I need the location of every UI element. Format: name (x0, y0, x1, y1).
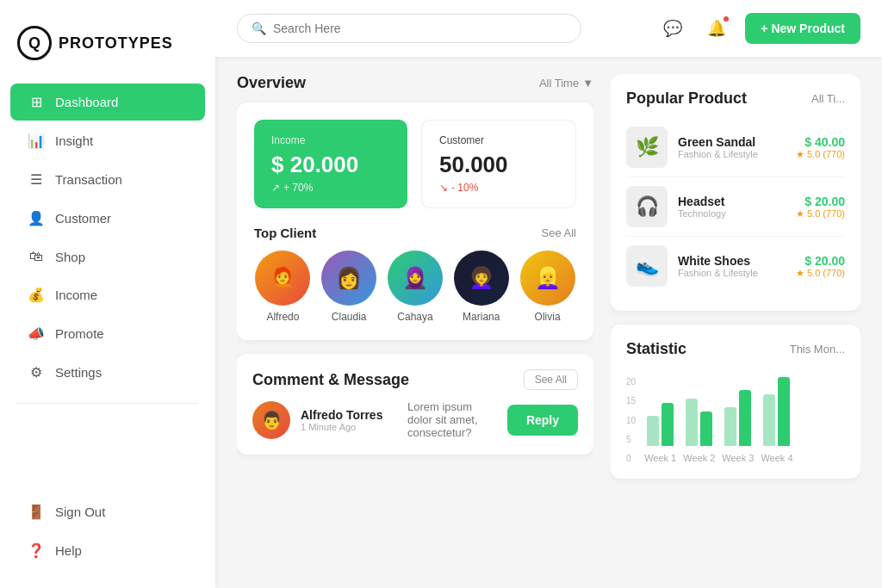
nav-divider (17, 403, 198, 404)
reply-button[interactable]: Reply (507, 405, 578, 436)
product-info-shoes: White Shoes Fashion & Lifestyle (678, 254, 786, 278)
client-avatar-olivia: 👱‍♀️ (520, 251, 575, 306)
notification-badge (722, 15, 730, 23)
client-item-alfredo[interactable]: 🧑‍🦰 Alfredo (254, 251, 312, 323)
y-label-5: 5 (626, 435, 636, 444)
search-box[interactable]: 🔍 (237, 14, 581, 43)
sidebar-item-label: Insight (55, 133, 93, 148)
sidebar-item-insight[interactable]: 📊 Insight (10, 122, 205, 159)
income-value: $ 20.000 (271, 152, 390, 178)
transaction-icon: ☰ (28, 171, 45, 188)
statistic-header: Statistic This Mon... (626, 340, 845, 358)
popular-product-title: Popular Product (626, 90, 747, 108)
product-img-headset: 🎧 (626, 186, 668, 227)
sidebar-item-income[interactable]: 💰 Income (10, 276, 205, 313)
week-3-bars (724, 390, 751, 446)
insight-icon: 📊 (28, 133, 45, 149)
client-name-olivia: Olivia (535, 311, 561, 323)
y-label-10: 10 (626, 416, 636, 425)
comment-section: Comment & Message See All 👨 Alfredo Torr… (237, 354, 593, 455)
content-area: Overview All Time ▼ Income $ 20.000 ↗ (215, 57, 882, 588)
dashboard-icon: ⊞ (28, 94, 45, 110)
product-item-shoes[interactable]: 👟 White Shoes Fashion & Lifestyle $ 20.0… (626, 237, 845, 295)
nav-bottom: 🚪 Sign Out ❓ Help (0, 492, 215, 571)
topbar: 🔍 💬 🔔 + New Product (215, 0, 882, 57)
product-price-area-shoes: $ 20.00 ★ 5.0 (770) (796, 254, 845, 279)
product-rating-headset: ★ 5.0 (770) (796, 208, 845, 220)
week-4-label: Week 4 (761, 453, 792, 463)
popular-product-filter[interactable]: All Ti... (811, 92, 845, 105)
top-client-header: Top Client See All (254, 226, 576, 240)
settings-icon: ⚙ (28, 364, 45, 381)
client-name-mariana: Mariana (463, 311, 500, 323)
search-input[interactable] (273, 22, 567, 35)
week-1-bar-dark (662, 403, 674, 446)
sidebar-item-dashboard[interactable]: ⊞ Dashboard (10, 84, 205, 121)
new-product-button[interactable]: + New Product (745, 13, 860, 44)
comment-time: 1 Minute Ago (301, 422, 390, 432)
client-name-alfredo: Alfredo (266, 311, 299, 323)
product-name-sandal: Green Sandal (678, 135, 786, 149)
main-area: 🔍 💬 🔔 + New Product Overview All Time (215, 0, 882, 588)
sidebar-item-promote[interactable]: 📣 Promote (10, 315, 205, 352)
overview-section: Overview All Time ▼ Income $ 20.000 ↗ (237, 74, 593, 340)
client-item-mariana[interactable]: 👩‍🦱 Mariana (452, 251, 510, 323)
comment-see-all[interactable]: See All (524, 369, 578, 390)
product-name-headset: Headset (678, 195, 786, 208)
chart-container: 20 15 10 5 0 We (626, 377, 845, 463)
clients-row: 🧑‍🦰 Alfredo 👩 Claudia 🧕 Cahaya (254, 251, 576, 323)
product-info-headset: Headset Technology (678, 195, 786, 219)
week-1-bar-light (647, 416, 659, 446)
right-panel: Popular Product All Ti... 🌿 Green Sandal… (611, 74, 860, 571)
product-img-sandal: 🌿 (626, 127, 668, 168)
topbar-icons: 💬 🔔 + New Product (657, 13, 860, 44)
top-client-see-all[interactable]: See All (542, 226, 576, 239)
notifications-button[interactable]: 🔔 (701, 13, 732, 44)
product-name-shoes: White Shoes (678, 254, 786, 268)
week-1-bars (647, 403, 674, 446)
sidebar-item-label: Customer (55, 211, 111, 226)
statistic-title: Statistic (626, 340, 686, 358)
product-img-shoes: 👟 (626, 245, 668, 287)
week-4-bar-light (763, 394, 775, 446)
sidebar-item-settings[interactable]: ⚙ Settings (10, 354, 205, 391)
product-item-sandal[interactable]: 🌿 Green Sandal Fashion & Lifestyle $ 40.… (626, 118, 845, 177)
sidebar-item-label: Help (55, 543, 82, 558)
product-category-shoes: Fashion & Lifestyle (678, 268, 786, 278)
statistic-filter[interactable]: This Mon... (790, 343, 845, 356)
customer-stat-box: Customer 50.000 ↘ - 10% (421, 120, 576, 208)
sidebar-item-shop[interactable]: 🛍 Shop (10, 238, 205, 275)
week-2-bar-dark (700, 412, 712, 446)
client-item-claudia[interactable]: 👩 Claudia (320, 251, 378, 323)
week-3-bar-dark (739, 390, 751, 446)
stats-row: Income $ 20.000 ↗ + 70% Customer 50.000 (254, 120, 576, 208)
sidebar-item-transaction[interactable]: ☰ Transaction (10, 161, 205, 198)
overview-header: Overview All Time ▼ (237, 74, 593, 92)
week-2-label: Week 2 (683, 453, 715, 463)
chart-area: 20 15 10 5 0 We (626, 368, 845, 463)
comment-author-avatar: 👨 (252, 401, 290, 439)
trend-down-icon: ↘ (439, 182, 448, 194)
sidebar-item-help[interactable]: ❓ Help (10, 532, 205, 569)
messages-icon: 💬 (663, 19, 682, 38)
left-panel: Overview All Time ▼ Income $ 20.000 ↗ (237, 74, 593, 571)
search-icon: 🔍 (252, 22, 266, 35)
product-category-sandal: Fashion & Lifestyle (678, 149, 786, 159)
client-avatar-claudia: 👩 (321, 251, 376, 306)
sidebar-item-customer[interactable]: 👤 Customer (10, 200, 205, 237)
client-avatar-mariana: 👩‍🦱 (454, 251, 509, 306)
popular-product-section: Popular Product All Ti... 🌿 Green Sandal… (611, 74, 860, 311)
chart-bars: Week 1 Week 2 (640, 377, 797, 463)
customer-icon: 👤 (28, 210, 45, 226)
overview-filter[interactable]: All Time ▼ (539, 77, 593, 90)
income-label: Income (271, 134, 390, 146)
main-nav: ⊞ Dashboard 📊 Insight ☰ Transaction 👤 Cu… (0, 82, 215, 393)
comment-header: Comment & Message See All (252, 369, 578, 390)
product-item-headset[interactable]: 🎧 Headset Technology $ 20.00 ★ 5.0 (770) (626, 177, 845, 237)
messages-button[interactable]: 💬 (657, 13, 688, 44)
client-item-cahaya[interactable]: 🧕 Cahaya (387, 251, 444, 323)
sidebar-item-label: Promote (55, 326, 104, 341)
sidebar-item-signout[interactable]: 🚪 Sign Out (10, 493, 205, 530)
comment-author-name: Alfredo Torres (301, 408, 390, 422)
client-item-olivia[interactable]: 👱‍♀️ Olivia (519, 251, 576, 323)
